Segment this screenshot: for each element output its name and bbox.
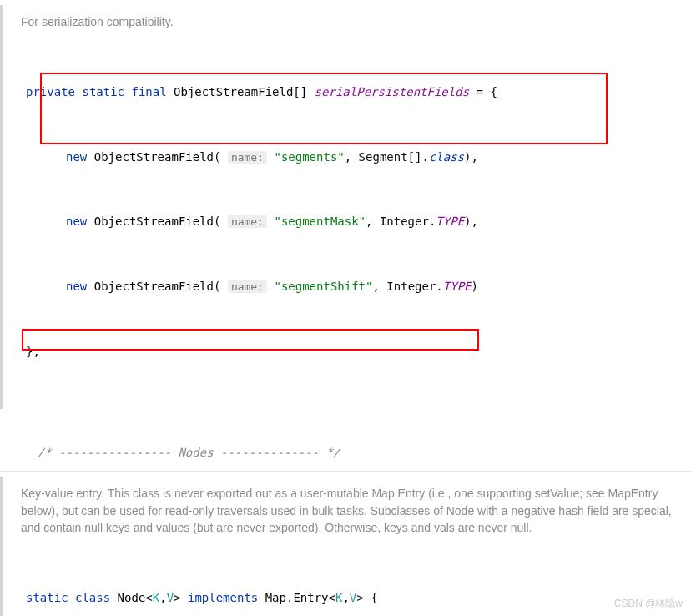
string-literal: "segments": [274, 150, 344, 164]
code-block-2: Key-value entry. This class is never exp…: [0, 477, 691, 616]
keyword-private: private: [26, 85, 75, 98]
type-objectstreamfield-array: ObjectStreamField[]: [174, 85, 307, 98]
javadoc-comment-2: Key-value entry. This class is never exp…: [3, 480, 691, 544]
param-hint-name: name:: [228, 215, 267, 228]
divider: [0, 471, 691, 472]
string-literal: "segmentShift": [274, 280, 372, 293]
section-comment-nodes: /* ---------------- Nodes --------------…: [38, 446, 340, 459]
keyword-final: final: [131, 85, 166, 98]
array-init-row-1: new ObjectStreamField( name: "segmentMas…: [3, 211, 691, 233]
code-area-1[interactable]: private static final ObjectStreamField[]…: [3, 38, 691, 406]
array-init-row-0: new ObjectStreamField( name: "segments",…: [3, 147, 691, 169]
keyword-static: static: [82, 85, 124, 98]
class-declaration-node: static class Node<K,V> implements Map.En…: [3, 588, 691, 609]
watermark: CSDN @林隐w: [614, 597, 683, 611]
punct: = {: [469, 85, 497, 98]
param-hint-name: name:: [228, 280, 267, 293]
close-array: };: [26, 345, 40, 358]
code-block-1: For serialization compatibility. private…: [0, 5, 691, 409]
field-serialpersistentfields: serialPersistentFields: [315, 85, 469, 98]
code-area-2[interactable]: static class Node<K,V> implements Map.En…: [3, 544, 691, 616]
param-hint-name: name:: [228, 151, 267, 164]
javadoc-comment-1: For serialization compatibility.: [3, 8, 691, 38]
string-literal: "segmentMask": [274, 215, 366, 228]
array-init-row-2: new ObjectStreamField( name: "segmentShi…: [3, 276, 691, 298]
